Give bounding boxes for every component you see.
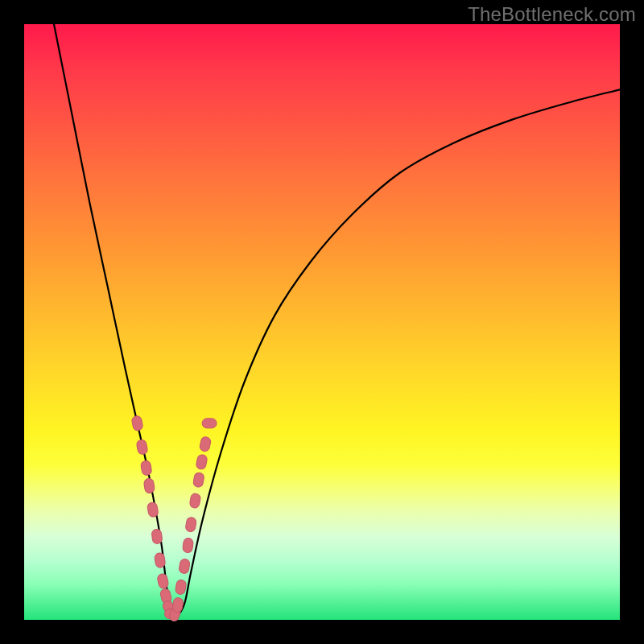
marker-point <box>136 439 148 455</box>
svg-rect-0 <box>131 415 143 431</box>
marker-point <box>147 502 159 518</box>
svg-rect-3 <box>143 478 155 494</box>
marker-point <box>185 517 197 533</box>
marker-point <box>182 538 193 554</box>
marker-point <box>154 552 165 568</box>
svg-rect-4 <box>147 502 159 518</box>
chart-frame: TheBottleneck.com <box>0 0 644 644</box>
marker-point <box>199 436 211 452</box>
svg-rect-5 <box>151 529 163 544</box>
marker-point <box>143 478 155 494</box>
svg-rect-21 <box>202 419 217 428</box>
svg-rect-2 <box>140 460 152 476</box>
svg-rect-17 <box>189 493 201 509</box>
marker-point <box>140 460 152 476</box>
watermark-text: TheBottleneck.com <box>468 3 636 26</box>
marker-point <box>189 493 201 509</box>
svg-rect-19 <box>196 454 208 470</box>
plot-area <box>24 24 620 620</box>
curve-layer <box>24 24 620 620</box>
svg-rect-7 <box>157 573 169 589</box>
svg-rect-6 <box>154 552 165 568</box>
svg-rect-14 <box>179 559 191 575</box>
marker-point <box>196 454 208 470</box>
svg-rect-13 <box>175 579 187 595</box>
svg-rect-15 <box>182 538 193 554</box>
svg-rect-18 <box>192 472 204 488</box>
marker-point <box>179 559 191 575</box>
svg-rect-16 <box>185 517 197 533</box>
marker-point <box>157 573 169 589</box>
marker-point <box>175 579 187 595</box>
marker-point <box>151 529 163 544</box>
marker-point <box>131 415 143 431</box>
marker-point <box>192 472 204 488</box>
bottleneck-curve <box>54 24 620 616</box>
marker-point <box>202 419 217 428</box>
marker-group <box>131 415 217 622</box>
svg-rect-20 <box>199 436 211 452</box>
svg-rect-1 <box>136 439 148 455</box>
